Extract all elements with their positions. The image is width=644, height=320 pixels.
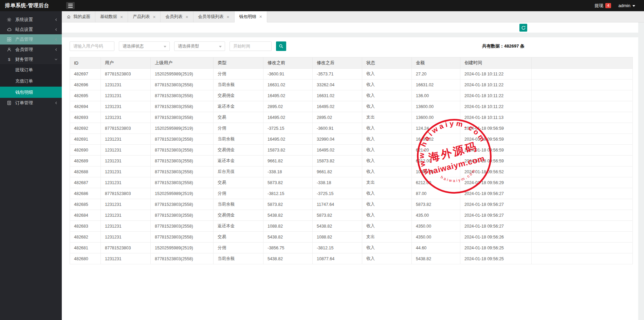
table-row: 4826818778152380315202595989(2519)分佣-385… bbox=[70, 243, 633, 253]
main-area: 我的桌面基础数据×产品列表×会员列表×会员等级列表×钱包明细× 请选择状态 请选… bbox=[62, 11, 644, 320]
cell: 2024-01-18 09:56:59 bbox=[460, 134, 532, 145]
withdraw-label: 提现 bbox=[594, 3, 603, 9]
sidebar-item-finance-manage[interactable]: $财务管理 bbox=[0, 54, 62, 64]
tab-member-list[interactable]: 会员列表× bbox=[161, 11, 193, 22]
cell: 482687 bbox=[70, 177, 101, 188]
tab-close-icon[interactable]: × bbox=[153, 15, 155, 19]
cell: 2895.02 bbox=[313, 112, 362, 123]
cell: 87781523803(2558) bbox=[151, 145, 214, 156]
cell: 交易 bbox=[214, 112, 263, 123]
sidebar-subitem-withdraw-orders[interactable]: 提现订单 bbox=[0, 64, 62, 75]
cell: 1231231 bbox=[101, 177, 151, 188]
cell: 2024-01-18 09:56:27 bbox=[460, 210, 532, 221]
cell: 1231231 bbox=[101, 221, 151, 232]
cell: 5438.82 bbox=[263, 210, 313, 221]
tab-base-data[interactable]: 基础数据× bbox=[95, 11, 128, 22]
cell: 15202595989(2519) bbox=[151, 69, 214, 79]
cell: 收入 bbox=[362, 199, 412, 210]
sidebar-subitem-wallet-detail[interactable]: 钱包明细 bbox=[0, 87, 62, 98]
cell: 16631.02 bbox=[263, 79, 313, 90]
cell: 收入 bbox=[362, 243, 412, 253]
cell: 9661.82 bbox=[263, 156, 313, 166]
table-row: 482684123123187781523803(2558)交易佣金5438.8… bbox=[70, 210, 633, 221]
cell: 收入 bbox=[362, 166, 412, 177]
table-body: 4826978778152380315202595989(2519)分佣-360… bbox=[70, 69, 633, 264]
user-number-input[interactable] bbox=[70, 41, 114, 51]
cell: 87781523803(2558) bbox=[151, 221, 214, 232]
cell: 44.60 bbox=[412, 243, 460, 253]
tab-close-icon[interactable]: × bbox=[227, 15, 229, 19]
cell: 16495.02 bbox=[313, 101, 362, 112]
cell: 1231231 bbox=[101, 210, 151, 221]
cell: 482689 bbox=[70, 156, 101, 166]
tab-product-list[interactable]: 产品列表× bbox=[128, 11, 161, 22]
chevron-down-icon bbox=[54, 54, 58, 64]
cell: 分佣 bbox=[214, 188, 263, 199]
column-header: 修改之后 bbox=[313, 57, 362, 69]
cell: 2024-01-18 10:11:22 bbox=[460, 90, 532, 101]
sidebar-item-member-manage[interactable]: 会员管理 bbox=[0, 45, 62, 54]
sidebar-item-system-settings[interactable]: 系统设置 bbox=[0, 15, 62, 24]
status-select[interactable]: 请选择状态 bbox=[119, 41, 170, 51]
table-row: 482689123123187781523803(2558)返还本金9661.8… bbox=[70, 156, 633, 166]
cell: 87781523803(2558) bbox=[151, 79, 214, 90]
tab-close-icon[interactable]: × bbox=[259, 14, 262, 19]
cell: 32990.04 bbox=[313, 134, 362, 145]
cell: 482690 bbox=[70, 145, 101, 156]
tab-close-icon[interactable]: × bbox=[185, 15, 188, 19]
cell: 后台充值 bbox=[214, 166, 263, 177]
start-time-input[interactable] bbox=[229, 41, 272, 51]
cell: 2024-01-18 10:11:22 bbox=[460, 79, 532, 90]
menu-toggle-button[interactable] bbox=[66, 2, 75, 9]
cell: 5438.82 bbox=[412, 253, 460, 264]
user-menu[interactable]: admin bbox=[619, 3, 635, 8]
username: admin bbox=[619, 3, 630, 8]
cell: 2895.02 bbox=[263, 101, 313, 112]
refresh-icon bbox=[521, 25, 526, 30]
content-panel: 请选择状态 请选择类型 共有数据：482697 条 ID用户上级用户类型修改之前… bbox=[62, 37, 638, 320]
refresh-button[interactable] bbox=[519, 24, 527, 32]
table-row: 482690123123187781523803(2558)交易佣金15873.… bbox=[70, 145, 633, 156]
wallet-detail-table: ID用户上级用户类型修改之前修改之后状态金额创建时间 4826978778152… bbox=[70, 57, 633, 264]
svg-text:$: $ bbox=[8, 57, 11, 62]
cell: 482682 bbox=[70, 232, 101, 243]
cell: 482695 bbox=[70, 90, 101, 101]
sidebar-item-site-settings[interactable]: 站点设置 bbox=[0, 24, 62, 34]
cell: 482692 bbox=[70, 123, 101, 134]
cell: 87781523803(2558) bbox=[151, 90, 214, 101]
cell: 15873.82 bbox=[313, 156, 362, 166]
search-button[interactable] bbox=[276, 41, 286, 51]
cell: 87.00 bbox=[412, 188, 460, 199]
withdraw-badge: 4 bbox=[605, 3, 611, 8]
cell: 87781523803 bbox=[101, 243, 151, 253]
cell-empty bbox=[532, 166, 633, 177]
column-header: 类型 bbox=[214, 57, 263, 69]
tab-wallet-detail[interactable]: 钱包明细× bbox=[235, 11, 267, 22]
withdraw-link[interactable]: 提现 4 bbox=[594, 3, 611, 9]
cell: 当前余额 bbox=[214, 253, 263, 264]
sidebar-item-order-manage[interactable]: 订单管理 bbox=[0, 98, 62, 108]
cell: -338.18 bbox=[313, 177, 362, 188]
cell: 482696 bbox=[70, 79, 101, 90]
type-select[interactable]: 请选择类型 bbox=[174, 41, 225, 51]
cell-empty bbox=[532, 145, 633, 156]
cell: 87781523803(2558) bbox=[151, 232, 214, 243]
cell-empty bbox=[532, 134, 633, 145]
cell: 1231231 bbox=[101, 156, 151, 166]
column-header: ID bbox=[70, 57, 101, 69]
cell: 收入 bbox=[362, 253, 412, 264]
sidebar-item-product-manage[interactable]: 产品管理 bbox=[0, 34, 62, 45]
tab-member-level-list[interactable]: 会员等级列表× bbox=[194, 11, 235, 22]
tab-close-icon[interactable]: × bbox=[120, 15, 123, 19]
gear-icon bbox=[6, 17, 12, 22]
sidebar-subitem-recharge-orders[interactable]: 充值订单 bbox=[0, 75, 62, 87]
tab-desktop[interactable]: 我的桌面 bbox=[62, 11, 95, 22]
cell: 9661.82 bbox=[313, 166, 362, 177]
cell: 482685 bbox=[70, 199, 101, 210]
cell-empty bbox=[532, 188, 633, 199]
top-bar: 排单系统-管理后台 提现 4 admin bbox=[0, 0, 644, 11]
cell-empty bbox=[532, 199, 633, 210]
home-icon bbox=[67, 15, 71, 19]
cell: 87781523803 bbox=[101, 188, 151, 199]
tab-label: 我的桌面 bbox=[73, 14, 90, 20]
